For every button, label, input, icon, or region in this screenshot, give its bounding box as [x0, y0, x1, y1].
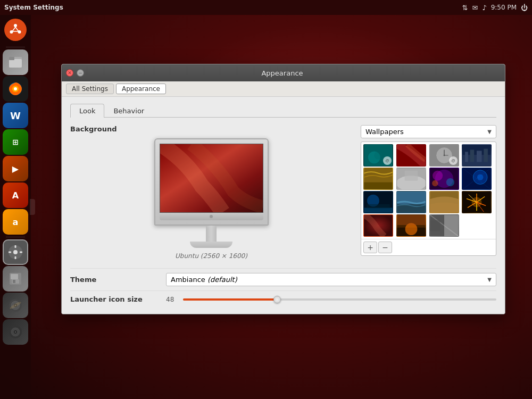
slider-track[interactable]	[183, 298, 496, 301]
svg-rect-42	[470, 150, 475, 162]
wallpaper-4-img	[462, 145, 491, 166]
svg-rect-14	[9, 252, 11, 253]
svg-rect-85	[430, 220, 440, 231]
svg-rect-17	[11, 274, 18, 279]
mail-icon[interactable]: ✉	[472, 4, 478, 12]
svg-point-1	[14, 24, 17, 27]
wallpaper-item-14[interactable]	[396, 214, 426, 237]
monitor-bezel-bottom	[160, 213, 263, 220]
wallpaper-panel: Wallpapers ▼ ⏱	[361, 125, 496, 260]
panel-right: ⇅ ✉ ♪ 9:50 PM ⏻	[462, 4, 528, 12]
monitor-neck	[206, 226, 217, 242]
svg-point-54	[432, 180, 438, 186]
launcher-app-dvd[interactable]	[3, 293, 28, 318]
svg-rect-62	[364, 207, 392, 213]
launcher-app-ubuntu[interactable]	[3, 17, 28, 43]
monitor-stand	[154, 226, 269, 248]
window-toolbar: All Settings Appearance	[62, 81, 505, 97]
wallpaper-item-11[interactable]	[429, 191, 459, 213]
wallpaper-2-img	[397, 145, 426, 166]
launcher-app-firefox[interactable]	[3, 76, 28, 102]
wallpaper-8-img	[462, 168, 491, 189]
look-tab-content: Background	[70, 125, 496, 260]
launcher-app-impress[interactable]: ▶	[3, 156, 28, 181]
svg-rect-13	[15, 256, 16, 259]
clock-overlay-1: ⏱	[383, 156, 392, 165]
svg-rect-12	[15, 245, 16, 248]
monitor-body	[154, 138, 269, 226]
monitor-screen[interactable]	[160, 144, 263, 213]
slider-container: 48	[166, 296, 496, 303]
appearance-window: ✕ − Appearance All Settings Appearance L…	[61, 64, 505, 314]
slider-thumb[interactable]	[273, 296, 281, 303]
launcher-app-calc[interactable]: ⊞	[3, 129, 28, 155]
theme-value: Ambiance (default)	[171, 276, 237, 284]
wallpaper-6-img	[397, 168, 426, 189]
launcher-app-software[interactable]: A	[3, 182, 28, 208]
wallpaper-type-value: Wallpapers	[365, 128, 404, 136]
wallpaper-9-img	[364, 192, 393, 213]
svg-point-11	[13, 250, 18, 254]
wallpaper-item-7[interactable]	[429, 168, 459, 190]
window-content: Look Behavior Background	[62, 97, 505, 314]
appearance-breadcrumb[interactable]: Appearance	[116, 84, 166, 94]
wallpaper-type-dropdown[interactable]: Wallpapers ▼	[361, 125, 496, 138]
launcher-app-floppy[interactable]	[3, 266, 28, 292]
add-wallpaper-btn[interactable]: +	[363, 242, 377, 253]
svg-point-52	[433, 171, 443, 181]
launcher-app-dvd2[interactable]	[3, 319, 28, 345]
launcher-app-amazon[interactable]: a	[3, 209, 28, 235]
launcher-app-settings[interactable]	[3, 239, 28, 265]
window-title: Appearance	[64, 69, 501, 77]
svg-rect-63	[367, 204, 390, 209]
svg-rect-19	[13, 280, 15, 283]
wallpaper-item-12[interactable]	[462, 191, 492, 213]
window-titlebar: ✕ − Appearance	[62, 64, 505, 81]
svg-rect-43	[477, 151, 482, 162]
wallpaper-item-4[interactable]	[462, 144, 492, 167]
wallpaper-item-10[interactable]	[396, 191, 426, 213]
launcher-app-writer[interactable]: W	[3, 103, 28, 128]
svg-rect-49	[404, 171, 418, 181]
launcher-reveal-btn[interactable]	[30, 199, 35, 215]
wallpaper-item-9[interactable]	[363, 191, 393, 213]
launcher-app-files[interactable]	[3, 49, 28, 75]
bottom-sections: Theme Ambiance (default) ▼ Launcher icon…	[70, 268, 496, 307]
wallpaper-item-1[interactable]: ⏱	[363, 144, 393, 167]
wallpaper-item-6[interactable]	[396, 168, 426, 190]
impress-icon: ▶	[12, 164, 19, 174]
svg-rect-83	[444, 215, 459, 236]
amazon-icon: a	[13, 217, 19, 227]
clock-display: 9:50 PM	[491, 4, 517, 11]
wallpaper-12-img	[462, 192, 491, 213]
ubuntu-logo-icon	[8, 22, 23, 37]
wallpaper-15-img	[430, 215, 459, 236]
wallpaper-item-13[interactable]	[363, 214, 393, 237]
theme-dropdown[interactable]: Ambiance (default) ▼	[166, 273, 496, 286]
theme-dropdown-arrow: ▼	[487, 277, 492, 282]
files-icon	[7, 54, 24, 71]
wallpaper-item-5[interactable]	[363, 168, 393, 190]
all-settings-breadcrumb[interactable]: All Settings	[66, 84, 114, 94]
tab-bar: Look Behavior	[70, 103, 496, 118]
remove-wallpaper-btn[interactable]: −	[378, 242, 392, 253]
volume-icon[interactable]: ♪	[482, 4, 486, 12]
power-icon[interactable]: ⏻	[521, 4, 528, 12]
sort-icon[interactable]: ⇅	[462, 4, 468, 12]
wallpaper-grid-container: ⏱	[361, 142, 496, 256]
launcher-divider-1	[6, 47, 25, 47]
wallpaper-item-2[interactable]	[396, 144, 426, 167]
tab-behavior[interactable]: Behavior	[104, 104, 153, 118]
svg-point-32	[374, 151, 382, 159]
monitor-base	[190, 242, 232, 248]
wallpaper-item-3[interactable]: ⏱	[429, 144, 459, 167]
wallpaper-item-8[interactable]	[462, 168, 492, 190]
svg-rect-46	[364, 182, 392, 189]
wallpaper-5-img	[364, 168, 393, 189]
wallpaper-item-15[interactable]	[429, 214, 459, 237]
tab-look[interactable]: Look	[70, 104, 104, 118]
svg-rect-81	[397, 215, 425, 225]
settings-icon	[7, 244, 23, 260]
svg-rect-41	[465, 152, 468, 162]
clock-overlay-3: ⏱	[449, 156, 458, 165]
